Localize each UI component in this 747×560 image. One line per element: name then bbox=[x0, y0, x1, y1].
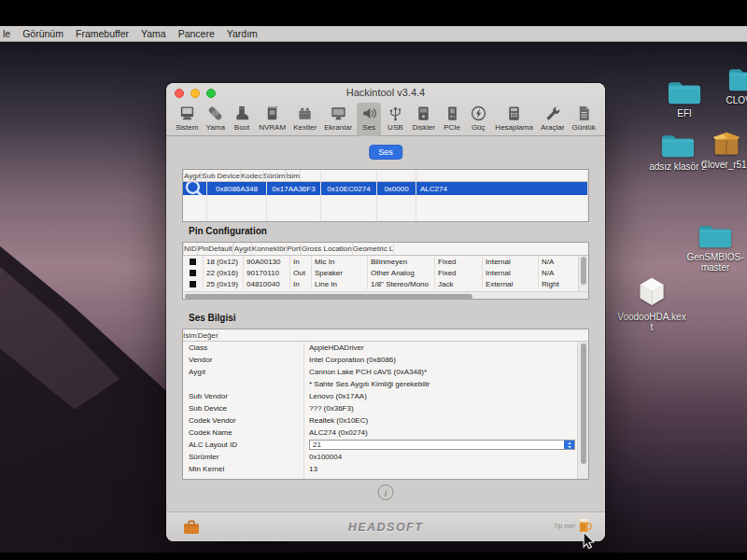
column-header[interactable]: İsim bbox=[183, 329, 198, 341]
toolbar-item[interactable]: Hesaplama bbox=[492, 103, 535, 136]
info-row[interactable]: * Sahte Ses Aygıtı Kimliği gerekebilir bbox=[183, 378, 588, 390]
pin-connector: 1/8" Stereo/Mono bbox=[368, 278, 435, 289]
toolbar-item[interactable]: Kextler bbox=[290, 103, 319, 136]
info-value-box: AppleHDADriver bbox=[309, 342, 588, 354]
info-row[interactable]: Max Kernel 15 bbox=[183, 475, 588, 480]
pcie-icon bbox=[444, 105, 461, 122]
info-value: 13 bbox=[309, 465, 317, 473]
toolbar-item[interactable]: NVRAM bbox=[256, 103, 289, 136]
pin-default: 90170110 bbox=[244, 267, 290, 278]
info-row[interactable]: Codek Vendor Realtek (0x10EC) bbox=[183, 414, 588, 427]
toolbar-item[interactable]: Boot bbox=[230, 103, 254, 136]
pin-gross-location: External bbox=[483, 278, 539, 289]
info-row[interactable]: Min Kernel 13 bbox=[183, 463, 588, 475]
column-header[interactable]: Port bbox=[287, 243, 302, 255]
desktop-icon[interactable]: Clover_r512 bbox=[695, 130, 747, 170]
system-icon bbox=[178, 105, 196, 122]
pin-row[interactable]: 18 (0x12) 90A00130 In Mic In Bilinmeyen … bbox=[183, 256, 588, 267]
info-row[interactable]: Aygıt Cannon Lake PCH cAVS (0xA348)* bbox=[183, 366, 588, 378]
pin-row[interactable]: 25 (0x19) 04810040 In Line In 1/8" Stere… bbox=[183, 278, 588, 289]
toolbar-item[interactable]: Diskler bbox=[409, 103, 437, 136]
usb-icon bbox=[387, 105, 404, 122]
info-value: 15 bbox=[309, 477, 317, 480]
toolbar-item[interactable]: Ekranlar bbox=[321, 103, 355, 136]
device-row-selected[interactable]: 0x8086A348 0x17AA36F3 0x10EC0274 0x0000 … bbox=[183, 182, 588, 195]
devices-table-header: AygıtSub DeviceKodecSürümİsim bbox=[183, 170, 588, 182]
toolbar-item-label: Ekranlar bbox=[324, 123, 352, 132]
codec-id: 0x10EC0274 bbox=[321, 182, 377, 195]
info-button[interactable]: i bbox=[378, 484, 394, 500]
desktop-icon[interactable]: CLOVER bbox=[713, 65, 747, 105]
menu-item[interactable]: Pancere bbox=[178, 28, 215, 39]
info-name: ALC Layout ID bbox=[183, 439, 304, 451]
desktop-icon[interactable]: EFI bbox=[653, 78, 716, 119]
column-header[interactable]: Gross Location bbox=[302, 243, 353, 255]
column-header[interactable]: Aygıt bbox=[234, 243, 252, 255]
menu-item[interactable]: Framebuffer bbox=[76, 28, 129, 39]
desktop-icon[interactable]: GenSMBIOS-master bbox=[684, 222, 747, 273]
toolbar-item[interactable]: Yama bbox=[204, 103, 228, 136]
boot-icon bbox=[233, 105, 251, 122]
column-header[interactable]: PinDefault bbox=[198, 243, 233, 255]
toolbar-item[interactable]: USB bbox=[383, 103, 407, 136]
menu-item[interactable]: Yama bbox=[141, 28, 166, 39]
toolbar-item[interactable]: Ses bbox=[357, 103, 381, 136]
info-row[interactable]: Sub Vendor Lenovo (0x17AA) bbox=[183, 390, 588, 402]
pin-default: 90A00130 bbox=[244, 256, 290, 267]
column-header[interactable]: Değer bbox=[198, 329, 219, 341]
toolbar-item[interactable]: Araçlar bbox=[538, 103, 567, 136]
codec-name: ALC274 bbox=[416, 182, 588, 195]
tip-label: Tip me! bbox=[554, 523, 575, 529]
info-row[interactable]: Sub Device ??? (0x36F3) bbox=[183, 402, 588, 414]
info-name bbox=[183, 378, 304, 390]
pin-checkbox[interactable] bbox=[190, 259, 196, 265]
info-value: 21 bbox=[313, 441, 321, 449]
menu-item[interactable]: le bbox=[3, 28, 10, 39]
pin-connector: Bilinmeyen bbox=[368, 256, 435, 267]
pin-device: Line In bbox=[312, 278, 368, 289]
desktop-icon[interactable]: VoodooHDA.kext bbox=[616, 276, 687, 332]
info-vertical-scrollbar[interactable] bbox=[577, 342, 588, 479]
title-bar[interactable]: Hackintool v3.4.4 bbox=[166, 83, 605, 103]
toolbar: Sistem Yama Boot bbox=[166, 103, 605, 136]
info-name: Sub Device bbox=[183, 402, 304, 414]
column-header[interactable]: Geometric L bbox=[353, 243, 395, 255]
toolbar-item[interactable]: Günlük bbox=[569, 103, 598, 136]
folder-icon bbox=[660, 132, 696, 160]
column-header[interactable]: Sub Device bbox=[202, 170, 241, 181]
audio-info-title: Ses Bilgisi bbox=[189, 313, 236, 323]
devices-table: AygıtSub DeviceKodecSürümİsim 0x8086A348… bbox=[182, 169, 589, 222]
headsoft-logo: HEADSOFT bbox=[166, 521, 605, 534]
column-header[interactable]: Aygıt bbox=[184, 170, 202, 181]
column-header[interactable]: Konnektör bbox=[252, 243, 287, 255]
pin-checkbox[interactable] bbox=[190, 281, 196, 287]
toolbar-item-label: Sistem bbox=[176, 123, 198, 132]
tab-ses-button[interactable]: Ses bbox=[369, 145, 402, 160]
column-header[interactable]: Kodec bbox=[241, 170, 263, 181]
folder-icon bbox=[698, 222, 733, 250]
info-row[interactable]: Vendor Intel Corporation (0x8086) bbox=[183, 354, 588, 366]
pin-row[interactable]: 22 (0x16) 90170110 Out Speaker Other Ana… bbox=[183, 267, 588, 278]
toolbar-item[interactable]: PCIe bbox=[440, 103, 464, 136]
pin-connector: Other Analog bbox=[368, 267, 435, 278]
menu-item[interactable]: Görünüm bbox=[22, 28, 63, 39]
info-value: Lenovo (0x17AA) bbox=[309, 392, 367, 400]
toolbar-item-label: Diskler bbox=[412, 123, 434, 132]
column-header[interactable]: İsim bbox=[286, 170, 301, 181]
pin-horizontal-scrollbar[interactable] bbox=[183, 291, 588, 299]
column-header[interactable]: Sürüm bbox=[263, 170, 287, 181]
alc-layout-dropdown-button[interactable] bbox=[564, 441, 574, 449]
menu-item[interactable]: Yardım bbox=[227, 28, 258, 39]
toolbar-item-label: Günlük bbox=[571, 123, 595, 132]
pin-vertical-scrollbar[interactable] bbox=[578, 256, 588, 291]
info-row[interactable]: Sürümler 0x100004 bbox=[183, 451, 588, 463]
info-row[interactable]: ALC Layout ID 21 bbox=[183, 439, 588, 451]
toolbar-item[interactable]: Sistem bbox=[173, 103, 201, 136]
sub-device-id: 0x17AA36F3 bbox=[267, 182, 321, 195]
pin-checkbox[interactable] bbox=[190, 270, 196, 276]
info-row[interactable]: Codek Name ALC274 (0x0274) bbox=[183, 427, 588, 439]
toolbar-item[interactable]: Güç bbox=[466, 103, 490, 136]
info-row[interactable]: Class AppleHDADriver bbox=[183, 342, 588, 354]
column-header[interactable]: NID bbox=[184, 243, 198, 255]
pin-direction: In bbox=[290, 256, 312, 267]
